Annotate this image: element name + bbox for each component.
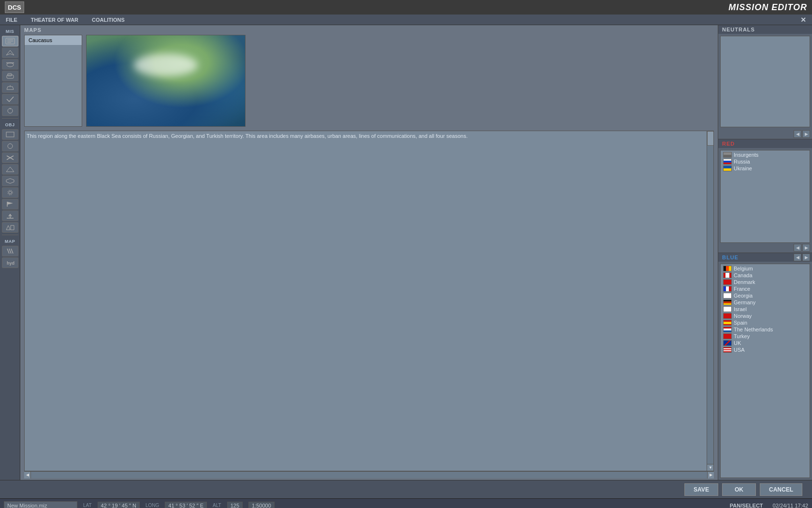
country-denmark: Denmark [734, 279, 755, 285]
menu-bar: FILE THEATER OF WAR COALITIONS ✕ [0, 15, 812, 25]
dcs-logo-icon: DCS [5, 1, 24, 13]
sidebar-btn-gear[interactable] [2, 187, 18, 198]
blue-item-canada[interactable]: Canada [722, 272, 809, 279]
datetime-display: 02/24/11 17:42 [773, 503, 808, 508]
menu-file[interactable]: FILE [4, 16, 19, 24]
blue-item-germany[interactable]: Germany [722, 299, 809, 306]
neutrals-arrow-right[interactable]: ▶ [802, 130, 810, 138]
cancel-button[interactable]: CANCEL [760, 483, 802, 496]
save-button[interactable]: SAVE [684, 483, 718, 496]
blue-header-arrows: ◀ ▶ [794, 254, 810, 261]
map-label: MAP [5, 239, 15, 244]
sidebar-btn-helo[interactable] [2, 59, 18, 70]
flag-germany [723, 299, 732, 305]
blue-item-belgium[interactable]: Belgium [722, 265, 809, 272]
lat-label: LAT [83, 503, 92, 508]
blue-item-usa[interactable]: USA [722, 346, 809, 353]
bottom-action-bar: SAVE OK CANCEL [0, 480, 812, 498]
red-arrow-left[interactable]: ◀ [794, 244, 801, 252]
sidebar-btn-obj5[interactable] [2, 176, 18, 186]
close-button[interactable]: ✕ [798, 16, 808, 24]
sidebar-btn-obj2[interactable] [2, 141, 18, 151]
blue-item-netherlands[interactable]: The Netherlands [722, 326, 809, 333]
scroll-right-button[interactable]: ▶ [707, 472, 714, 478]
flag-insurgents [723, 152, 732, 158]
ok-button[interactable]: OK [722, 483, 756, 496]
red-item-ukraine[interactable]: Ukraine [722, 165, 809, 172]
red-arrows: ◀ ▶ [718, 243, 812, 253]
scroll-down-button[interactable]: ▼ [707, 464, 714, 471]
neutrals-header: NEUTRALS [718, 25, 812, 34]
dcs-logo: DCS [5, 1, 24, 13]
sidebar-btn-obj1[interactable] [2, 129, 18, 140]
svg-marker-22 [7, 202, 13, 205]
red-panel: RED Insurgents Russia Ukraine ◀ ▶ [718, 139, 812, 254]
sidebar-btn-trigger[interactable] [2, 105, 18, 116]
sidebar-btn-check[interactable] [2, 94, 18, 105]
blue-list: Belgium Canada Denmark France Georgia [720, 264, 810, 478]
obj-label: OBJ [5, 122, 14, 127]
country-turkey: Turkey [734, 333, 750, 339]
sidebar-btn-map1[interactable] [2, 246, 18, 256]
long-label: LONG [145, 503, 159, 508]
map-list-item-caucasus[interactable]: Caucasus [25, 35, 82, 45]
blue-item-france[interactable]: France [722, 285, 809, 292]
country-norway: Norway [734, 313, 752, 319]
sidebar-btn-shapes[interactable] [2, 222, 18, 233]
app-title: MISSION EDITOR [728, 2, 807, 13]
country-germany: Germany [734, 299, 755, 305]
blue-header-arrow-left[interactable]: ◀ [794, 254, 801, 261]
flag-belgium [723, 266, 732, 271]
neutrals-arrow-left[interactable]: ◀ [794, 130, 801, 138]
sidebar-btn-obj3[interactable] [2, 152, 18, 163]
horizontal-scrollbar[interactable]: ◀ ▶ [24, 471, 714, 478]
svg-point-5 [7, 63, 14, 67]
flag-netherlands [723, 327, 732, 332]
maps-label: MAPS [24, 27, 714, 33]
flag-russia [723, 159, 732, 164]
svg-marker-25 [6, 225, 10, 230]
sidebar-btn-flag[interactable] [2, 199, 18, 209]
country-canada: Canada [734, 272, 753, 278]
main-layout: MIS OBJ [0, 25, 812, 480]
scroll-thumb[interactable] [707, 131, 714, 146]
sidebar-btn-ground[interactable] [2, 71, 18, 81]
blue-header-arrow-right[interactable]: ▶ [802, 254, 810, 261]
blue-item-spain[interactable]: Spain [722, 319, 809, 326]
description-text: This region along the eastern Black Sea … [27, 133, 467, 139]
alt-label: ALT [213, 503, 221, 508]
menu-coalitions[interactable]: COALITIONS [90, 16, 127, 24]
flag-usa [723, 347, 732, 353]
blue-item-uk[interactable]: UK [722, 340, 809, 346]
blue-item-israel[interactable]: Israel [722, 306, 809, 313]
blue-item-georgia[interactable]: Georgia [722, 292, 809, 299]
red-list: Insurgents Russia Ukraine [720, 150, 810, 243]
blue-item-norway[interactable]: Norway [722, 313, 809, 319]
blue-item-denmark[interactable]: Denmark [722, 279, 809, 285]
menu-theater[interactable]: THEATER OF WAR [29, 16, 80, 24]
map-preview-image [87, 35, 245, 126]
scroll-left-button[interactable]: ◀ [24, 472, 31, 478]
alt-value: 125 [227, 502, 243, 508]
content-area: MAPS Caucasus This region along the east… [20, 25, 718, 480]
right-panels: NEUTRALS ◀ ▶ RED Insurgents Russia [718, 25, 812, 480]
sidebar-btn-plane[interactable] [2, 47, 18, 58]
neutrals-arrows: ◀ ▶ [718, 129, 812, 139]
svg-text:hyd: hyd [7, 261, 14, 266]
blue-item-turkey[interactable]: Turkey [722, 333, 809, 340]
sidebar-btn-1[interactable] [2, 36, 18, 46]
red-item-insurgents[interactable]: Insurgents [722, 151, 809, 158]
sidebar-btn-ship[interactable] [2, 82, 18, 93]
svg-rect-13 [6, 132, 14, 137]
sidebar-btn-map2[interactable]: hyd [2, 257, 18, 268]
filename-field[interactable] [4, 501, 77, 508]
svg-line-27 [7, 249, 9, 254]
sidebar-btn-upload[interactable] [2, 210, 18, 221]
map-preview [86, 35, 246, 127]
lat-value: 42 ° 19 ′ 45 ″ N [98, 502, 140, 508]
red-item-russia[interactable]: Russia [722, 158, 809, 165]
description-scrollbar[interactable]: ▲ ▼ [707, 131, 713, 471]
red-arrow-right[interactable]: ▶ [802, 244, 810, 252]
sidebar-btn-obj4[interactable] [2, 164, 18, 175]
flag-spain [723, 320, 732, 326]
